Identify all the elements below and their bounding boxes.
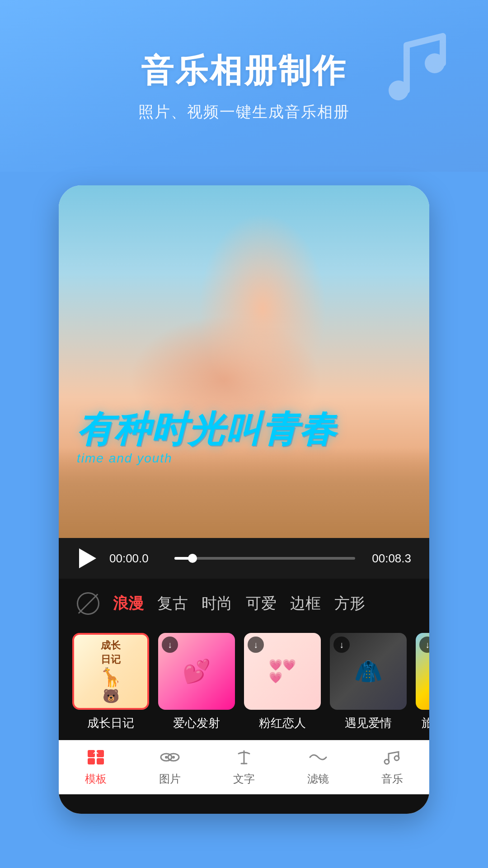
cat-tab-frame[interactable]: 边框 xyxy=(290,593,321,614)
hero-subtitle: 照片、视频一键生成音乐相册 xyxy=(138,102,350,123)
template-label-heart-burst: 爱心发射 xyxy=(173,715,220,731)
svg-point-11 xyxy=(394,756,399,760)
category-tabs: 浪漫 复古 时尚 可爱 边框 方形 xyxy=(59,579,429,624)
filter-nav-icon xyxy=(308,749,328,768)
template-thumb-growth-diary[interactable]: 成长日记 🦒 🐻 xyxy=(72,633,149,710)
template-item-meet-love[interactable]: ↓ 🧥 遇见爱情 xyxy=(330,633,407,731)
template-label-growth-diary: 成长日记 xyxy=(87,715,134,731)
play-triangle-icon xyxy=(79,548,96,568)
phone-area: 有种时光叫青春 time and youth 00:00.0 00:08.3 浪… xyxy=(0,172,488,814)
cat-tab-square[interactable]: 方形 xyxy=(334,593,365,614)
nav-item-template[interactable]: 模板 xyxy=(59,749,133,786)
download-overlay-4[interactable]: ↓ xyxy=(333,637,350,653)
svg-rect-4 xyxy=(88,758,95,764)
nav-label-filter: 滤镜 xyxy=(307,772,329,786)
svg-point-8 xyxy=(165,756,168,759)
hero-section: 音乐相册制作 照片、视频一键生成音乐相册 xyxy=(0,0,488,172)
template-thumb-meet-love[interactable]: ↓ 🧥 xyxy=(330,633,407,710)
music-nav-icon xyxy=(382,749,402,768)
download-arrow-icon-4: ↓ xyxy=(339,640,344,650)
play-button[interactable] xyxy=(77,547,99,569)
hero-title: 音乐相册制作 xyxy=(141,49,347,93)
video-area[interactable]: 有种时光叫青春 time and youth xyxy=(59,185,429,538)
no-filter-icon[interactable] xyxy=(77,592,99,615)
template-item-travel-diary[interactable]: ↓ 🌅 旅行日记 xyxy=(416,633,429,731)
giraffe-icon: 🦒 xyxy=(99,667,122,688)
nav-label-photo: 图片 xyxy=(159,772,181,786)
diary-title-text: 成长日记 xyxy=(99,639,122,667)
template-thumb-pink-lover[interactable]: ↓ 💗💗💗 xyxy=(244,633,321,710)
progress-dot[interactable] xyxy=(188,554,197,563)
svg-rect-5 xyxy=(97,758,104,764)
nav-item-music[interactable]: 音乐 xyxy=(355,749,429,786)
template-label-meet-love: 遇见爱情 xyxy=(345,715,392,731)
template-nav-icon xyxy=(87,749,105,768)
bottom-panel: 浪漫 复古 时尚 可爱 边框 方形 成长日记 🦒 🐻 xyxy=(59,579,429,814)
template-grid: 成长日记 🦒 🐻 成长日记 ↓ 💕 爱心发射 xyxy=(59,624,429,740)
nav-label-text: 文字 xyxy=(233,772,255,786)
cat-tab-fashion[interactable]: 时尚 xyxy=(202,593,232,614)
cat-tab-retro[interactable]: 复古 xyxy=(157,593,188,614)
template-thumb-travel-diary[interactable]: ↓ 🌅 xyxy=(416,633,429,710)
svg-point-9 xyxy=(172,756,175,759)
nav-label-music: 音乐 xyxy=(381,772,403,786)
nav-label-template: 模板 xyxy=(85,772,107,786)
bottom-nav: 模板 图片 xyxy=(59,740,429,794)
video-english-subtitle: time and youth xyxy=(77,451,411,466)
download-arrow-icon-5: ↓ xyxy=(425,640,429,650)
thumb-content-growth-diary: 成长日记 🦒 🐻 xyxy=(95,634,127,708)
video-chinese-title: 有种时光叫青春 xyxy=(77,411,411,448)
text-nav-icon xyxy=(236,749,252,768)
svg-point-10 xyxy=(385,760,389,764)
time-end: 00:08.3 xyxy=(366,552,411,566)
template-item-growth-diary[interactable]: 成长日记 🦒 🐻 成长日记 xyxy=(72,633,149,731)
template-label-pink-lover: 粉红恋人 xyxy=(259,715,306,731)
time-start: 00:00.0 xyxy=(109,552,164,566)
template-thumb-heart-burst[interactable]: ↓ 💕 xyxy=(158,633,235,710)
cat-tab-cute[interactable]: 可爱 xyxy=(246,593,277,614)
nav-item-photo[interactable]: 图片 xyxy=(133,749,207,786)
cat-tab-romantic[interactable]: 浪漫 xyxy=(113,593,144,614)
template-label-travel-diary: 旅行日记 xyxy=(422,715,429,731)
phone-mockup: 有种时光叫青春 time and youth 00:00.0 00:08.3 浪… xyxy=(59,185,429,814)
nav-item-text[interactable]: 文字 xyxy=(207,749,281,786)
progress-track[interactable] xyxy=(174,557,355,560)
music-note-decoration xyxy=(371,18,461,110)
svg-point-0 xyxy=(389,80,408,100)
photo-nav-icon xyxy=(160,749,180,768)
download-arrow-icon-2: ↓ xyxy=(168,640,172,650)
hearts-scatter: 💗💗💗 xyxy=(244,633,321,710)
nav-item-filter[interactable]: 滤镜 xyxy=(281,749,355,786)
video-overlay-text: 有种时光叫青春 time and youth xyxy=(77,411,411,466)
download-overlay-2[interactable]: ↓ xyxy=(162,637,178,653)
bear-icon: 🐻 xyxy=(99,688,122,704)
svg-point-1 xyxy=(425,53,445,73)
playback-bar: 00:00.0 00:08.3 xyxy=(59,538,429,579)
template-item-pink-lover[interactable]: ↓ 💗💗💗 粉红恋人 xyxy=(244,633,321,731)
template-item-heart-burst[interactable]: ↓ 💕 爱心发射 xyxy=(158,633,235,731)
